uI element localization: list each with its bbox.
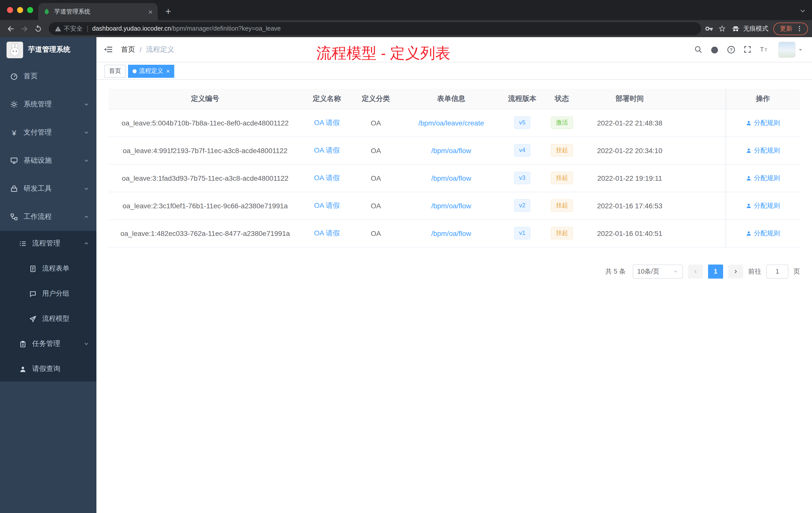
browser-toolbar: 不安全 dashboard.yudao.iocoder.cn /bpm/mana… <box>0 20 812 37</box>
traffic-light-maximize-icon[interactable] <box>27 7 33 13</box>
column-header-action: 操作 <box>726 89 800 109</box>
pagination-total: 共 5 条 <box>605 267 626 276</box>
security-status[interactable]: 不安全 <box>55 24 83 33</box>
sidebar-item-process-management[interactable]: 流程管理 <box>0 231 96 256</box>
omnibox-divider <box>87 25 88 32</box>
chevron-down-icon <box>83 186 89 192</box>
search-icon[interactable] <box>694 45 702 54</box>
definition-name-link[interactable]: OA 请假 <box>314 174 340 181</box>
sidebar-item-devtools[interactable]: 研发工具 <box>0 175 96 203</box>
form-info-link[interactable]: /bpm/oa/flow <box>431 229 471 237</box>
definition-name-link[interactable]: OA 请假 <box>314 201 340 209</box>
goto-page-input[interactable] <box>766 264 788 278</box>
column-header-id: 定义编号 <box>109 89 302 109</box>
svg-text:?: ? <box>730 47 733 52</box>
assign-rule-link[interactable]: 分配规则 <box>746 201 780 210</box>
tab-title: 芋道管理系统 <box>54 7 144 16</box>
sidebar-item-label: 基础设施 <box>24 156 52 165</box>
cell-definition-id: oa_leave:2:3c1f0ef1-76b1-11ec-9c66-a2380… <box>109 192 302 219</box>
sidebar-item-home[interactable]: 首页 <box>0 62 96 90</box>
window-controls <box>7 7 33 13</box>
form-info-link[interactable]: /bpm/oa/flow <box>431 174 471 182</box>
app-logo: 芋道管理系统 <box>0 37 96 62</box>
table-row: oa_leave:2:3c1f0ef1-76b1-11ec-9c66-a2380… <box>109 192 800 219</box>
github-icon[interactable] <box>710 45 719 54</box>
fullscreen-icon[interactable] <box>743 45 752 54</box>
user-icon <box>746 230 752 236</box>
traffic-light-minimize-icon[interactable] <box>17 7 23 13</box>
sidebar-item-task-management[interactable]: 任务管理 <box>0 331 96 356</box>
definition-name-link[interactable]: OA 请假 <box>314 118 340 126</box>
sidebar-item-workflow[interactable]: 工作流程 <box>0 203 96 231</box>
update-label: 更新 <box>780 24 792 33</box>
sidebar-item-label: 流程表单 <box>42 264 69 273</box>
svg-text:T: T <box>764 48 767 52</box>
form-info-link[interactable]: /bpm/oa/flow <box>431 146 471 154</box>
page-1-button[interactable]: 1 <box>708 264 723 278</box>
tag-label: 首页 <box>109 67 121 75</box>
sidebar-item-process-model[interactable]: 流程模型 <box>0 306 96 331</box>
breadcrumb-home[interactable]: 首页 <box>121 45 135 54</box>
tag-home[interactable]: 首页 <box>105 64 125 78</box>
navbar-actions: ? TT <box>694 41 803 58</box>
version-badge: v1 <box>514 227 530 239</box>
assign-rule-link[interactable]: 分配规则 <box>746 229 780 238</box>
security-label: 不安全 <box>64 24 83 33</box>
column-header-form: 表单信息 <box>400 89 503 109</box>
prev-page-button[interactable] <box>688 264 703 278</box>
close-tab-icon[interactable]: × <box>148 8 153 15</box>
new-tab-icon[interactable]: + <box>162 5 175 18</box>
document-icon <box>29 265 37 272</box>
cell-definition-id: oa_leave:4:991f2193-7b7f-11ec-a3c8-acde4… <box>109 137 302 164</box>
bookmark-star-icon[interactable] <box>718 25 726 33</box>
sidebar-item-system[interactable]: 系统管理 <box>0 90 96 118</box>
kebab-menu-icon[interactable] <box>796 25 803 32</box>
sidebar-item-process-form[interactable]: 流程表单 <box>0 256 96 281</box>
user-menu[interactable] <box>778 41 803 58</box>
tab-search-chevron-icon[interactable] <box>800 7 806 14</box>
incognito-badge: 无痕模式 <box>731 24 768 33</box>
breadcrumb-separator: / <box>140 46 142 54</box>
page-annotation: 流程模型 - 定义列表 <box>316 43 450 64</box>
back-icon[interactable] <box>4 22 18 35</box>
font-size-icon[interactable]: TT <box>759 45 769 54</box>
definition-name-link[interactable]: OA 请假 <box>314 229 340 237</box>
form-info-link[interactable]: /bpm/oa/leave/create <box>418 119 484 127</box>
sidebar-item-user-group[interactable]: 用户分组 <box>0 281 96 306</box>
sidebar-item-label: 系统管理 <box>24 100 52 109</box>
goto-label: 前往 <box>748 267 761 276</box>
sidebar-item-label: 工作流程 <box>24 212 52 221</box>
list-icon <box>19 240 27 247</box>
tag-process-definition[interactable]: 流程定义 × <box>128 64 174 78</box>
sidebar-fold-icon[interactable] <box>104 45 113 54</box>
reload-icon[interactable] <box>31 22 45 35</box>
assign-rule-link[interactable]: 分配规则 <box>746 118 780 127</box>
sidebar-item-infrastructure[interactable]: 基础设施 <box>0 147 96 175</box>
next-page-button[interactable] <box>728 264 743 278</box>
update-button[interactable]: 更新 <box>773 22 808 35</box>
sidebar-item-label: 流程模型 <box>42 314 69 323</box>
avatar[interactable] <box>778 41 795 58</box>
tags-view-bar: 首页 流程定义 × <box>96 62 812 80</box>
sidebar-item-payment[interactable]: ¥ 支付管理 <box>0 118 96 147</box>
browser-tab[interactable]: 芋道管理系统 × <box>38 3 158 20</box>
page-size-select[interactable]: 10条/页 <box>633 264 683 278</box>
cell-category: OA <box>352 137 400 164</box>
definition-name-link[interactable]: OA 请假 <box>314 146 340 154</box>
address-bar[interactable]: 不安全 dashboard.yudao.iocoder.cn /bpm/mana… <box>49 22 701 35</box>
cell-deploy-time: 2022-01-16 01:40:51 <box>582 219 677 247</box>
lock-icon <box>10 185 18 193</box>
key-icon[interactable] <box>705 25 713 33</box>
sidebar-item-leave-query[interactable]: 请假查询 <box>0 356 96 382</box>
forward-icon[interactable] <box>18 22 31 35</box>
user-icon <box>746 175 752 181</box>
help-icon[interactable]: ? <box>727 45 736 54</box>
form-info-link[interactable]: /bpm/oa/flow <box>431 202 471 210</box>
assign-rule-link[interactable]: 分配规则 <box>746 174 780 182</box>
traffic-light-close-icon[interactable] <box>7 7 13 13</box>
warning-icon <box>55 25 61 32</box>
close-tag-icon[interactable]: × <box>166 68 170 74</box>
user-icon <box>746 120 752 126</box>
assign-rule-link[interactable]: 分配规则 <box>746 146 780 155</box>
browser-tabstrip: 芋道管理系统 × + <box>0 0 812 20</box>
